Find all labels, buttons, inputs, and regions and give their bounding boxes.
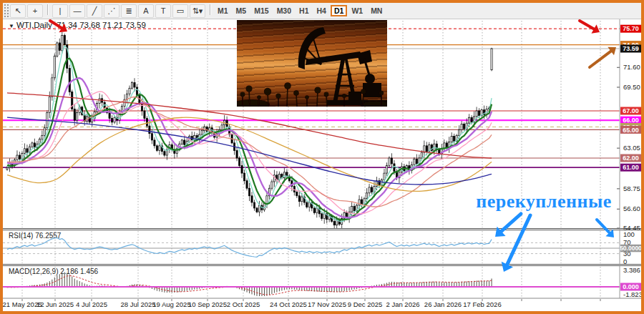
svg-text:-1.823: -1.823 (623, 290, 643, 298)
text-tool[interactable]: A (138, 4, 154, 18)
text-label-tool[interactable]: T (155, 4, 171, 18)
toolbar-grip[interactable] (4, 4, 9, 18)
timeframe-M15[interactable]: M15 (250, 5, 272, 16)
svg-text:12 Jun 2025: 12 Jun 2025 (36, 300, 74, 308)
timeframe-MN[interactable]: MN (367, 5, 386, 16)
svg-text:26 Jan 2026: 26 Jan 2026 (424, 300, 462, 308)
svg-text:4 Jul 2025: 4 Jul 2025 (76, 300, 107, 308)
toolbar-separator (210, 4, 210, 15)
crosshair-tool[interactable]: + (27, 4, 43, 18)
svg-text:9 Dec 2025: 9 Dec 2025 (348, 300, 383, 308)
svg-text:2 Oct 2025: 2 Oct 2025 (227, 300, 260, 308)
svg-text:24 Oct 2025: 24 Oct 2025 (270, 300, 307, 308)
svg-text:19 Aug 2025: 19 Aug 2025 (152, 300, 190, 308)
svg-text:3.386: 3.386 (623, 266, 640, 274)
svg-text:17 Feb 2026: 17 Feb 2026 (463, 300, 501, 308)
svg-text:58.75: 58.75 (623, 185, 640, 192)
svg-text:56.60: 56.60 (623, 205, 640, 212)
timeframe-M1[interactable]: M1 (214, 5, 232, 16)
svg-text:63.05: 63.05 (623, 144, 640, 152)
svg-text:61.00: 61.00 (623, 164, 639, 171)
timeframe-D1[interactable]: D1 (331, 5, 347, 16)
oil-pumpjack-photo (237, 20, 387, 107)
fibonacci-tool[interactable]: ≣ (121, 4, 137, 18)
vertical-line-tool[interactable]: | (52, 4, 68, 18)
svg-text:75.70: 75.70 (623, 25, 639, 32)
cursor-tool[interactable]: ↖ (10, 4, 26, 18)
timeframe-M5[interactable]: M5 (233, 5, 250, 16)
shapes-tool[interactable]: ▭ (172, 4, 188, 18)
svg-text:0: 0 (623, 257, 627, 265)
svg-text:65.00: 65.00 (623, 127, 639, 134)
toolbar: ↖+|—╱⋰≣AT▭⇅▾ M1M5M15M30H1H4D1W1MN (3, 3, 641, 19)
svg-text:17 Nov 2025: 17 Nov 2025 (308, 300, 346, 308)
svg-text:28 Jul 2025: 28 Jul 2025 (120, 300, 155, 308)
pumpjack-silhouette-icon (237, 20, 387, 107)
svg-text:67.00: 67.00 (623, 107, 639, 114)
svg-text:69.50: 69.50 (623, 83, 640, 91)
arrows-tool[interactable]: ⇅▾ (190, 4, 205, 18)
timeframe-W1[interactable]: W1 (348, 5, 366, 16)
horizontal-line-tool[interactable]: — (69, 4, 85, 18)
svg-text:73.59: 73.59 (623, 45, 639, 52)
toolbar-separator (47, 4, 48, 15)
timeframe-M30[interactable]: M30 (273, 5, 295, 16)
svg-text:0.000: 0.000 (623, 283, 639, 290)
drawing-tools-group: ↖+|—╱⋰≣AT▭⇅▾ (9, 4, 213, 18)
svg-text:10 Sep 2025: 10 Sep 2025 (188, 300, 227, 308)
timeframe-H1[interactable]: H1 (296, 5, 312, 16)
equidistant-channel-tool[interactable]: ⋰ (104, 4, 119, 18)
timeframe-group: M1M5M15M30H1H4D1W1MN (213, 5, 386, 16)
svg-text:71.60: 71.60 (623, 63, 640, 71)
svg-text:50.0000: 50.0000 (620, 245, 642, 252)
trendline-tool[interactable]: ╱ (87, 4, 102, 18)
trading-terminal-window: ↖+|—╱⋰≣AT▭⇅▾ M1M5M15M30H1H4D1W1MN ▼WTI,D… (0, 0, 644, 314)
svg-text:2 Jan 2026: 2 Jan 2026 (386, 300, 419, 308)
timeframe-H4[interactable]: H4 (313, 5, 330, 16)
svg-text:100: 100 (623, 230, 635, 238)
annotation-overbought-label: перекупленные (472, 191, 615, 212)
svg-text:62.00: 62.00 (623, 154, 639, 162)
